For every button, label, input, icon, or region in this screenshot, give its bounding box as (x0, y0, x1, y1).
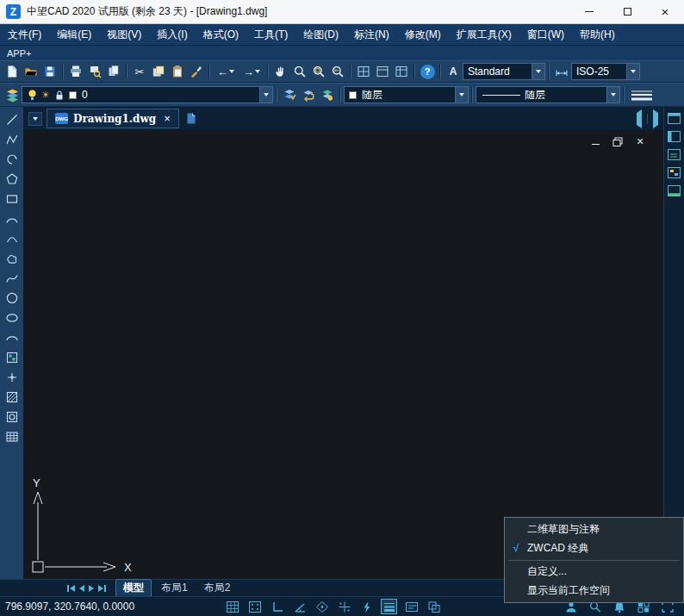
linetype-combo[interactable]: 随层 (476, 86, 620, 103)
selection-cycling-toggle[interactable] (426, 599, 442, 614)
dyn-toggle[interactable] (358, 599, 375, 614)
tab-layout2[interactable]: 布局2 (197, 580, 238, 596)
chevron-down-icon[interactable] (626, 64, 639, 79)
menu-item-zwcad-classic[interactable]: √ ZWCAD 经典 (505, 538, 683, 557)
zoom-realtime-button[interactable] (290, 62, 309, 81)
grid-toggle[interactable] (224, 599, 240, 614)
layer-manager-button[interactable] (3, 85, 22, 104)
copy-button[interactable] (149, 62, 168, 81)
menu-edit[interactable]: 编辑(E) (49, 24, 99, 45)
named-views-button[interactable] (373, 62, 392, 81)
otrack-toggle[interactable] (336, 599, 352, 614)
make-layer-current-button[interactable] (280, 85, 299, 104)
redo-button[interactable]: → (239, 62, 264, 81)
publish-button[interactable] (104, 62, 123, 81)
rectangle-button[interactable] (3, 192, 22, 206)
first-tab-button[interactable] (67, 585, 75, 592)
new-button[interactable] (3, 62, 22, 81)
prev-tab-button[interactable] (79, 585, 84, 592)
menu-tools[interactable]: 工具(T) (246, 24, 295, 45)
snap-toggle[interactable] (246, 599, 263, 614)
app-plus-label[interactable]: APP+ (7, 48, 31, 59)
text-style-combo[interactable]: Standard (463, 63, 545, 80)
tab-close-icon[interactable]: × (164, 112, 171, 125)
menu-modify[interactable]: 修改(M) (397, 24, 449, 45)
close-button[interactable]: × (646, 0, 684, 23)
properties-palette-button[interactable] (667, 112, 681, 125)
ortho-toggle[interactable] (269, 599, 285, 614)
save-button[interactable] (40, 62, 59, 81)
match-properties-button[interactable] (187, 62, 206, 81)
tab-layout1[interactable]: 布局1 (154, 580, 195, 596)
dim-style-combo[interactable]: ISO-25 (571, 63, 640, 80)
polar-toggle[interactable] (291, 599, 308, 614)
last-tab-button[interactable] (98, 585, 106, 592)
point-button[interactable] (3, 370, 22, 384)
osnap-toggle[interactable] (314, 599, 330, 614)
quick-properties-toggle[interactable] (403, 599, 420, 614)
menu-insert[interactable]: 插入(I) (149, 24, 195, 45)
hatch-button[interactable] (3, 390, 22, 404)
document-tab[interactable]: DWG Drawing1.dwg × (47, 109, 179, 128)
tool-palette-button[interactable] (667, 166, 681, 179)
doc-minimize-button[interactable] (589, 136, 601, 146)
design-center-button[interactable] (667, 148, 681, 161)
chevron-down-icon[interactable] (259, 87, 272, 103)
undo-button[interactable]: ← (213, 62, 239, 81)
chevron-down-icon[interactable] (606, 87, 619, 103)
layer-combo[interactable]: ☀ 0 (22, 86, 273, 103)
menu-window[interactable]: 窗口(W) (519, 24, 572, 45)
menu-item-customize[interactable]: 自定义... (505, 563, 683, 582)
circle-button[interactable] (3, 291, 22, 305)
layers-palette-button[interactable] (667, 130, 681, 143)
spline-button[interactable] (3, 271, 22, 285)
chevron-down-icon[interactable] (532, 64, 544, 79)
menu-express[interactable]: 扩展工具(X) (449, 24, 519, 45)
dim-style-button[interactable] (552, 62, 571, 81)
table-button[interactable] (3, 430, 22, 444)
menu-item-drafting-annotation[interactable]: 二维草图与注释 (505, 520, 683, 538)
arc-3point-button[interactable] (3, 212, 22, 226)
sheet-set-palette-button[interactable] (667, 184, 681, 197)
lineweight-button[interactable] (627, 85, 656, 104)
insert-block-button[interactable] (3, 351, 22, 364)
polygon-button[interactable] (3, 172, 22, 186)
tab-model[interactable]: 模型 (115, 579, 152, 597)
revcloud-button[interactable] (3, 252, 22, 265)
minimize-button[interactable] (570, 0, 608, 23)
print-preview-button[interactable] (85, 62, 104, 81)
curve-button[interactable] (3, 232, 22, 246)
viewports-button[interactable] (354, 62, 373, 81)
layer-previous-button[interactable] (299, 85, 318, 104)
zoom-previous-button[interactable] (328, 62, 347, 81)
tab-list-button[interactable] (28, 112, 42, 126)
maximize-button[interactable] (608, 0, 646, 23)
sheet-views-button[interactable] (392, 62, 411, 81)
new-tab-button[interactable] (183, 111, 199, 126)
zoom-window-button[interactable] (309, 62, 328, 81)
menu-dimension[interactable]: 标注(N) (346, 24, 397, 45)
lineweight-toggle[interactable] (381, 599, 397, 614)
line-button[interactable] (3, 113, 22, 127)
doc-restore-button[interactable] (612, 136, 624, 146)
polyline-button[interactable] (3, 133, 22, 146)
text-style-button[interactable]: A (444, 62, 463, 81)
next-tab-button[interactable] (89, 585, 94, 592)
doc-close-button[interactable]: × (634, 136, 646, 146)
ellipse-arc-button[interactable] (3, 331, 22, 345)
cut-button[interactable]: ✂ (130, 62, 149, 81)
menu-draw[interactable]: 绘图(D) (295, 24, 346, 45)
ellipse-button[interactable] (3, 311, 22, 325)
chevron-down-icon[interactable] (455, 87, 468, 103)
drawing-canvas[interactable]: × Y X (24, 131, 684, 579)
help-button[interactable]: ? (418, 62, 437, 81)
menu-view[interactable]: 视图(V) (99, 24, 149, 45)
color-combo[interactable]: 随层 (344, 86, 469, 103)
paste-button[interactable] (168, 62, 187, 81)
menu-format[interactable]: 格式(O) (196, 24, 246, 45)
menu-file[interactable]: 文件(F) (0, 24, 49, 45)
open-button[interactable] (22, 62, 40, 81)
tab-scroll-left-icon[interactable] (637, 113, 642, 125)
region-button[interactable] (3, 410, 22, 424)
layer-states-button[interactable] (318, 85, 337, 104)
